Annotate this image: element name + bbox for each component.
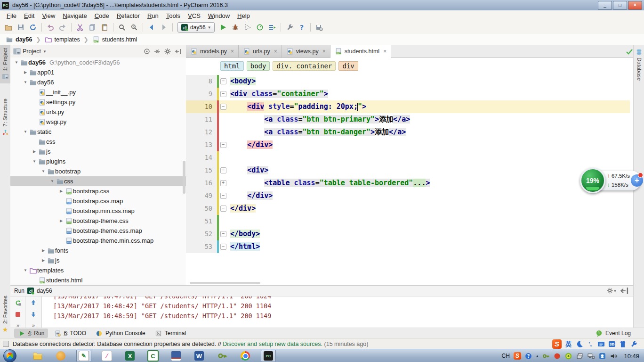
menu-tools[interactable]: Tools — [162, 11, 184, 20]
fold-collapse-icon[interactable]: − — [220, 104, 226, 110]
run-configuration-select[interactable]: djday56▼ — [177, 22, 215, 33]
code-line-16[interactable]: 16+ <table class="table table-bordered".… — [186, 177, 630, 189]
save-all-icon[interactable] — [15, 22, 26, 33]
tag-chip-html[interactable]: html — [220, 61, 244, 71]
code-line-50[interactable]: 50−</div> — [186, 202, 630, 215]
tree-row-static[interactable]: ▼static — [10, 127, 186, 137]
viewer-icon[interactable]: ⁄ — [99, 350, 114, 362]
code-line-13[interactable]: 13− </div> — [186, 139, 630, 151]
tree-down-arrow-icon[interactable]: ▼ — [49, 179, 56, 183]
board-icon[interactable]: 3D — [608, 340, 616, 348]
lang-cn-icon[interactable]: 英 — [564, 340, 572, 348]
close-icon[interactable]: × — [322, 48, 326, 55]
menu-window[interactable]: Window — [204, 11, 233, 20]
hide-panel-icon[interactable] — [619, 287, 629, 295]
fold-collapse-icon[interactable]: − — [220, 244, 226, 250]
toolwindow-tab-terminal[interactable]: Terminal — [151, 329, 190, 338]
status-message-link[interactable]: Discover and setup new data sources. — [223, 341, 322, 347]
hide-panel-icon[interactable] — [173, 47, 183, 56]
run-icon[interactable] — [217, 22, 229, 33]
tree-row-bootstrap-theme-css-map[interactable]: JSONbootstrap-theme.css.map — [10, 226, 186, 236]
menu-run[interactable]: Run — [144, 11, 162, 20]
gear-icon[interactable]: ▼ — [606, 287, 617, 295]
line-number[interactable]: 12 — [186, 126, 217, 139]
line-number[interactable]: 50 — [186, 202, 217, 215]
tree-down-arrow-icon[interactable]: ▼ — [22, 130, 29, 134]
record-icon[interactable] — [553, 352, 561, 360]
fold-collapse-icon[interactable]: − — [220, 193, 226, 199]
project-scrollbar-thumb[interactable] — [183, 161, 185, 194]
messenger-icon[interactable] — [598, 352, 606, 360]
tree-row-plugins[interactable]: ▼plugins — [10, 156, 186, 166]
breadcrumb-day56[interactable]: day56 — [5, 36, 33, 43]
expand-icon[interactable]: ▴ — [536, 354, 539, 358]
menu-code[interactable]: Code — [91, 11, 113, 20]
tree-row-bootstrap-css[interactable]: ▶CSSbootstrap.css — [10, 186, 186, 196]
help-tray-icon[interactable]: ? — [525, 352, 532, 360]
tree-right-arrow-icon[interactable]: ▶ — [58, 219, 64, 223]
code-line-51[interactable]: 51 — [186, 215, 630, 228]
tree-row-bootstrap-css-map[interactable]: JSONbootstrap.css.map — [10, 196, 186, 206]
toolwindow-tab-4-run[interactable]: 4: Run — [14, 329, 48, 338]
start-button[interactable] — [2, 350, 18, 362]
code-line-49[interactable]: 49− </div> — [186, 189, 630, 202]
replace-icon[interactable]: A — [129, 22, 140, 33]
breadcrumb-templates[interactable]: templates — [44, 36, 81, 43]
tree-row-fonts[interactable]: ▶fonts — [10, 246, 186, 255]
stripe-button-database[interactable]: Database — [634, 45, 644, 83]
menu-edit[interactable]: Edit — [20, 11, 38, 20]
safety-icon[interactable] — [564, 352, 572, 360]
line-number[interactable]: 49 — [186, 189, 217, 202]
fold-collapse-icon[interactable]: − — [220, 167, 226, 173]
code-line-52[interactable]: 52−</body> — [186, 228, 630, 240]
apostrophe-icon[interactable]: ’, — [586, 340, 594, 348]
line-number[interactable]: 16 — [186, 177, 217, 189]
collapse-all-icon[interactable] — [152, 47, 162, 56]
tree-row-wsgi-py[interactable]: wsgi.py — [10, 117, 186, 127]
line-number[interactable]: 15 — [186, 164, 217, 177]
taskbar-clock[interactable]: 10:49 — [621, 353, 644, 360]
close-icon[interactable]: × — [274, 48, 277, 55]
tree-row-bootstrap-min-css-map[interactable]: JSONbootstrap.min.css.map — [10, 206, 186, 216]
down-arrow-icon[interactable] — [29, 311, 38, 319]
network-icon[interactable] — [587, 352, 595, 360]
back-icon[interactable] — [146, 22, 157, 33]
code-line-14[interactable]: 14 — [186, 151, 630, 164]
volume-icon[interactable] — [610, 352, 617, 360]
tree-row-settings-py[interactable]: settings.py — [10, 97, 186, 107]
tree-row-app01[interactable]: ▶app01 — [10, 67, 186, 77]
tag-chip-body[interactable]: body — [247, 61, 270, 71]
tree-right-arrow-icon[interactable]: ▶ — [40, 258, 47, 263]
rerun-icon[interactable] — [14, 298, 22, 307]
floppy-icon[interactable] — [169, 350, 184, 362]
pycharm-icon[interactable]: PC — [261, 350, 276, 362]
locate-icon[interactable] — [142, 47, 152, 56]
close-icon[interactable]: × — [231, 48, 234, 55]
line-number[interactable]: 13 — [186, 139, 217, 151]
code-line-9[interactable]: 9−<div class="container"> — [186, 88, 630, 100]
profiler-icon[interactable] — [254, 22, 266, 33]
windows-stack-icon[interactable] — [576, 352, 583, 360]
moon-icon[interactable] — [575, 340, 583, 348]
restore-button[interactable]: □ — [613, 1, 627, 10]
minimize-button[interactable]: _ — [598, 1, 612, 10]
tree-row-css[interactable]: ▼css — [10, 176, 186, 186]
event-log-button[interactable]: 1 Event Log — [596, 329, 631, 337]
forward-icon[interactable] — [158, 22, 169, 33]
project-panel-title[interactable]: Project — [23, 48, 41, 55]
menu-refactor[interactable]: Refactor — [113, 11, 144, 20]
editor-tab-models-py[interactable]: models.py× — [186, 45, 239, 58]
help-icon[interactable]: ? — [296, 22, 307, 33]
tree-right-arrow-icon[interactable]: ▶ — [31, 149, 38, 154]
project-tree[interactable]: ▼day56G:\python_code\F3\day56▶app01▼day5… — [10, 58, 186, 285]
shirt-icon[interactable] — [619, 340, 627, 348]
memory-percent-ball[interactable]: 19% — [580, 168, 605, 193]
key-tool-icon[interactable] — [215, 350, 230, 362]
line-number[interactable]: 51 — [186, 215, 217, 228]
tree-row-students-html[interactable]: Hstudents.html — [10, 275, 186, 285]
tag-chip-div[interactable]: div — [338, 61, 358, 71]
code-editor[interactable]: 8−<body>9−<div class="container">10− <di… — [186, 75, 630, 285]
tree-down-arrow-icon[interactable]: ▼ — [13, 60, 20, 65]
stripe-button-2favorites[interactable]: 2: Favorites★ — [0, 293, 10, 336]
toolwindow-tab-python-console[interactable]: Python Console — [92, 329, 149, 338]
